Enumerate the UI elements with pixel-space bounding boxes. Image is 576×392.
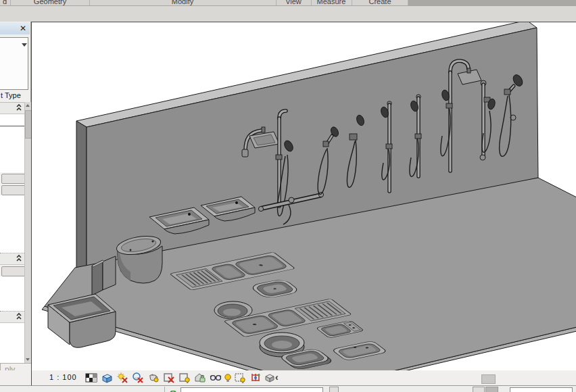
scroll-up-icon[interactable] bbox=[26, 104, 30, 107]
ribbon-separator bbox=[311, 0, 312, 5]
property-row[interactable] bbox=[0, 218, 24, 230]
ribbon-separator bbox=[10, 0, 11, 5]
property-row[interactable] bbox=[0, 172, 24, 185]
property-row[interactable] bbox=[0, 161, 24, 173]
status-button[interactable] bbox=[473, 387, 485, 392]
options-bar bbox=[0, 6, 576, 22]
ribbon-panel-measure[interactable]: Measure bbox=[312, 0, 350, 5]
scroll-left-icon[interactable]: ‹ bbox=[275, 372, 279, 383]
status-bar bbox=[0, 386, 576, 392]
property-row[interactable] bbox=[0, 346, 24, 358]
scroll-down-icon[interactable] bbox=[26, 358, 30, 361]
property-row[interactable] bbox=[0, 138, 24, 150]
application-window: d Geometry Modify View Measure Create ✕ … bbox=[0, 0, 576, 392]
ribbon-separator bbox=[89, 0, 90, 5]
temporary-view-properties-icon[interactable] bbox=[234, 372, 246, 384]
collapse-section-icon[interactable] bbox=[16, 254, 22, 263]
property-row[interactable] bbox=[0, 265, 24, 277]
view-control-bar: 1 : 100 ‹ bbox=[31, 370, 576, 386]
section-header-row[interactable] bbox=[0, 312, 24, 323]
section-header-row[interactable] bbox=[0, 253, 24, 265]
property-row[interactable] bbox=[0, 184, 24, 196]
property-row[interactable] bbox=[0, 149, 24, 162]
ribbon-right-filler bbox=[408, 0, 576, 5]
reveal-hidden-elements-icon[interactable] bbox=[224, 372, 231, 384]
workset-field[interactable] bbox=[181, 387, 323, 392]
property-row[interactable] bbox=[0, 114, 24, 126]
crop-view-off-icon[interactable] bbox=[163, 372, 175, 384]
section-header-row[interactable] bbox=[0, 103, 24, 114]
workset-refresh-icon[interactable] bbox=[170, 387, 177, 392]
property-row[interactable] bbox=[0, 335, 24, 347]
drawing-area[interactable]: .ln{stroke:#1a1a1a;stroke-width:1;} .rai… bbox=[31, 22, 576, 371]
property-row[interactable] bbox=[0, 241, 24, 253]
property-row[interactable] bbox=[0, 126, 24, 139]
visual-style-icon[interactable] bbox=[101, 372, 113, 384]
horizontal-scrollbar-thumb[interactable] bbox=[481, 374, 496, 384]
show-crop-region-icon[interactable] bbox=[178, 372, 191, 384]
view-control-bar-left bbox=[0, 370, 31, 386]
edit-type-button[interactable]: t Type bbox=[1, 91, 21, 99]
unlocked-view-icon[interactable] bbox=[194, 372, 206, 384]
property-row[interactable] bbox=[0, 207, 24, 219]
palette-title-bar[interactable]: ✕ bbox=[0, 22, 30, 34]
edit-button[interactable] bbox=[1, 185, 26, 195]
edit-button[interactable] bbox=[1, 174, 26, 184]
design-option-field[interactable] bbox=[510, 387, 573, 392]
collapse-section-icon[interactable] bbox=[16, 312, 22, 321]
collapse-section-icon[interactable] bbox=[16, 103, 22, 112]
viewport-3d[interactable]: .ln{stroke:#1a1a1a;stroke-width:1;} .rai… bbox=[32, 22, 576, 370]
ribbon-panel-geometry[interactable]: Geometry bbox=[12, 0, 88, 5]
property-row[interactable] bbox=[0, 195, 24, 207]
ribbon-panel-create[interactable]: Create bbox=[353, 0, 407, 5]
ribbon-panel-modify[interactable]: Modify bbox=[91, 0, 274, 5]
detail-level-icon[interactable] bbox=[85, 372, 97, 384]
shadows-off-icon[interactable] bbox=[132, 372, 144, 384]
properties-palette: ✕ t Type bbox=[0, 22, 31, 378]
chevron-down-icon[interactable] bbox=[22, 43, 27, 47]
status-button[interactable] bbox=[329, 387, 339, 392]
analytical-model-icon[interactable] bbox=[249, 372, 262, 384]
sun-path-off-icon[interactable] bbox=[116, 372, 128, 384]
status-button[interactable] bbox=[485, 387, 498, 392]
ribbon-clipped-label: d bbox=[0, 0, 9, 5]
close-icon[interactable]: ✕ bbox=[20, 24, 26, 33]
scale-button[interactable]: 1 : 100 bbox=[49, 373, 77, 381]
ribbon-separator bbox=[276, 0, 277, 5]
ribbon-separator bbox=[352, 0, 352, 5]
property-row[interactable] bbox=[0, 299, 24, 312]
highlight-displacement-sets-icon[interactable] bbox=[264, 372, 276, 384]
property-row[interactable] bbox=[0, 276, 24, 289]
property-row[interactable] bbox=[0, 323, 24, 335]
palette-scrollbar[interactable] bbox=[24, 102, 31, 363]
status-separator bbox=[164, 387, 165, 392]
property-row[interactable] bbox=[0, 288, 24, 300]
property-grid bbox=[0, 102, 24, 364]
property-row[interactable] bbox=[0, 230, 24, 242]
ribbon-panel-view[interactable]: View bbox=[277, 0, 310, 5]
temporary-hide-isolate-icon[interactable] bbox=[210, 372, 222, 384]
edit-button[interactable] bbox=[1, 266, 26, 276]
show-rendering-dialog-icon[interactable] bbox=[147, 372, 160, 384]
